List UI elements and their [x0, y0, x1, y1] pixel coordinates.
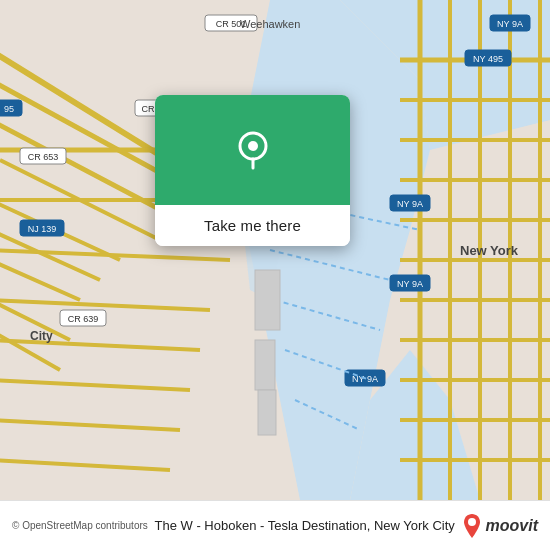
svg-text:NY 9A: NY 9A	[397, 279, 423, 289]
svg-text:City: City	[30, 329, 53, 343]
location-label: The W - Hoboken - Tesla Destination, New…	[148, 518, 462, 533]
svg-text:NY 9A: NY 9A	[497, 19, 523, 29]
svg-rect-69	[255, 340, 275, 390]
map-background: CR 501 NY 9A NY 495 NY 9A NY 9A NY 9A CR…	[0, 0, 550, 500]
popup-tail	[243, 245, 263, 246]
svg-text:CR 639: CR 639	[68, 314, 99, 324]
osm-attribution: © OpenStreetMap contributors	[12, 520, 148, 531]
svg-text:CR 653: CR 653	[28, 152, 59, 162]
popup-green-area	[155, 95, 350, 205]
moovit-text: moovit	[486, 517, 538, 535]
popup-card: Take me there	[155, 95, 350, 246]
location-pin-icon	[231, 128, 275, 172]
svg-text:95: 95	[4, 104, 14, 114]
attribution-bar: © OpenStreetMap contributors The W - Hob…	[0, 500, 550, 550]
svg-rect-68	[255, 270, 280, 330]
take-me-there-button[interactable]: Take me there	[155, 205, 350, 246]
svg-text:NJ 139: NJ 139	[28, 224, 57, 234]
svg-text:NY 495: NY 495	[473, 54, 503, 64]
svg-point-74	[468, 518, 476, 526]
moovit-pin-icon	[462, 514, 482, 538]
svg-text:NY 9A: NY 9A	[397, 199, 423, 209]
svg-text:CR: CR	[142, 104, 155, 114]
svg-rect-70	[258, 390, 276, 435]
svg-text:Weehawken: Weehawken	[240, 18, 300, 30]
moovit-logo: moovit	[462, 514, 538, 538]
svg-text:New York: New York	[460, 243, 519, 258]
svg-point-72	[248, 141, 258, 151]
map-container: CR 501 NY 9A NY 495 NY 9A NY 9A NY 9A CR…	[0, 0, 550, 500]
